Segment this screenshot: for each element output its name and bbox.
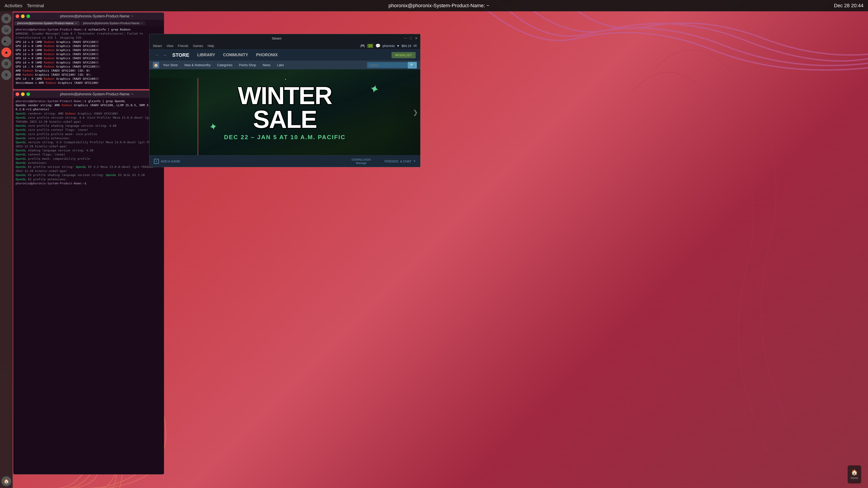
terminal-2-titlebar: phoronix@phoronix-System-Product-Name: ~ — [13, 91, 164, 98]
terminal-maximize-btn[interactable] — [26, 14, 30, 18]
terminal-tab-2[interactable]: phoronix@phoronix-System-Product-Name: ~ — [81, 21, 146, 25]
menu-view[interactable]: View — [166, 44, 173, 48]
terminal-2-content[interactable]: phoronix@phoronix-System-Product-Name:~$… — [13, 98, 164, 474]
nav-phoronix-button[interactable]: PHORONIX — [253, 52, 281, 58]
steam-menubar: Steam View Friends Games Help 🎮 23 💬 pho… — [149, 42, 420, 50]
terminal-window-1: phoronix@phoronix-System-Product-Name: ~… — [13, 12, 164, 89]
steam-minimize-btn[interactable]: ─ — [403, 36, 407, 40]
add-game-icon: + — [154, 159, 159, 164]
home-label: Home — [851, 477, 858, 480]
terminal-1-titlebar: phoronix@phoronix-System-Product-Name: ~ — [13, 13, 164, 20]
terminal-2-minimize-btn[interactable] — [21, 92, 25, 96]
search-button[interactable]: 🔍 — [408, 62, 417, 68]
friends-label: FRIENDS — [384, 160, 398, 163]
terminal-window-2: phoronix@phoronix-System-Product-Name: ~… — [13, 90, 164, 475]
taskbar-title: phoronix@phoronix-System-Product-Name: ~ — [389, 3, 489, 8]
sidebar-icon-steam[interactable]: S — [1, 70, 11, 80]
banner-content: WINTER SALE DEC 22 – JAN 5 AT 10 A.M. PA… — [149, 69, 420, 155]
terminal-1-title: phoronix@phoronix-System-Product-Name: ~ — [32, 14, 162, 18]
friends-chat-button[interactable]: FRIENDS & CHAT + — [384, 159, 416, 164]
terminal-1-content[interactable]: phoronix@phoronix-System-Product-Name:~$… — [13, 26, 164, 89]
terminal-2-title: phoronix@phoronix-System-Product-Name: ~ — [32, 92, 162, 96]
add-game-button[interactable]: + ADD A GAME — [154, 159, 180, 164]
steam-user-info: phoronix ▼ $64.19 — [383, 44, 411, 48]
chat-label: & CHAT — [400, 160, 411, 163]
sidebar-icon-terminal[interactable]: ▶_ — [1, 36, 11, 46]
terminal-2-maximize-btn[interactable] — [26, 92, 30, 96]
envelope-icon[interactable]: ✉ — [413, 43, 417, 48]
terminal-tab-1[interactable]: phoronix@phoronix-System-Product-Name: ~ — [14, 21, 80, 25]
taskbar-left: Activities Terminal — [4, 3, 44, 8]
taskbar-datetime: Dec 28 20:44 — [834, 3, 864, 8]
notification-badge[interactable]: 23 — [367, 44, 373, 48]
winter-text: WINTER — [224, 84, 346, 107]
steam-header-right: 🎮 23 💬 phoronix ▼ $64.19 ✉ — [360, 43, 417, 48]
balance-separator: ▼ — [397, 44, 400, 48]
search-input[interactable] — [367, 62, 408, 68]
home-icon: 🏠 — [851, 469, 858, 476]
sale-title-block: WINTER SALE DEC 22 – JAN 5 AT 10 A.M. PA… — [224, 84, 346, 141]
chat-notification-icon: 💬 — [375, 43, 380, 48]
terminal-taskbar-button[interactable]: Terminal — [27, 3, 44, 8]
taskbar: Activities Terminal phoronix@phoronix-Sy… — [0, 0, 868, 11]
submenu-new-noteworthy[interactable]: New & Noteworthy — [182, 62, 213, 68]
terminal-minimize-btn[interactable] — [21, 14, 25, 18]
steam-banner[interactable]: ✦ ✦ ✦ ● WINTER SALE DEC 22 – JAN 5 AT 10… — [149, 69, 420, 155]
submenu-categories[interactable]: Categories — [215, 62, 235, 68]
downloads-sublabel: Manage — [351, 161, 371, 165]
steam-submenu: 🏠 Your Store New & Noteworthy Categories… — [149, 61, 420, 69]
sale-date: DEC 22 – JAN 5 AT 10 A.M. PACIFIC — [224, 134, 346, 141]
add-game-label: ADD A GAME — [161, 160, 180, 163]
sidebar-icon-home[interactable]: 🏠 — [1, 476, 11, 486]
steam-titlebar: Steam ─ □ ✕ — [149, 34, 420, 42]
notification-icon: 🎮 — [360, 43, 365, 48]
nav-forward-button[interactable]: → — [161, 52, 168, 59]
sidebar-icon-settings[interactable]: ⚙ — [1, 59, 11, 69]
nav-store-button[interactable]: STORE — [169, 51, 193, 59]
sidebar-icon-software[interactable]: ● — [1, 47, 11, 57]
wishlist-button[interactable]: WISHLIST — [392, 52, 416, 58]
sale-text: SALE — [224, 107, 346, 131]
steam-close-btn[interactable]: ✕ — [414, 36, 418, 40]
username-display[interactable]: phoronix — [383, 44, 395, 48]
menu-steam[interactable]: Steam — [153, 44, 162, 48]
sidebar-icon-apps[interactable]: ⊞ — [1, 13, 11, 24]
steam-bottom-bar: + ADD A GAME DOWNLOADS Manage FRIENDS & … — [149, 155, 420, 167]
nav-back-button[interactable]: ← — [154, 52, 160, 59]
downloads-button[interactable]: DOWNLOADS Manage — [351, 158, 371, 165]
menu-friends[interactable]: Friends — [178, 44, 188, 48]
sidebar-icon-files[interactable]: 🗂 — [1, 25, 11, 35]
menu-games[interactable]: Games — [193, 44, 203, 48]
terminal-close-btn[interactable] — [16, 14, 19, 18]
banner-next-arrow[interactable]: ❯ — [413, 109, 418, 116]
sidebar: ⊞ 🗂 ▶_ ● ⚙ S 🏠 — [0, 11, 13, 488]
friends-chat-icon: + — [413, 159, 416, 164]
terminal-1-tabs: phoronix@phoronix-System-Product-Name: ~… — [13, 20, 164, 26]
submenu-points-shop[interactable]: Points Shop — [236, 62, 259, 68]
submenu-news[interactable]: News — [260, 62, 273, 68]
home-shortcut[interactable]: 🏠 Home — [848, 465, 861, 484]
nav-library-button[interactable]: LIBRARY — [194, 52, 218, 58]
nav-community-button[interactable]: COMMUNITY — [220, 52, 252, 58]
submenu-your-store[interactable]: Your Store — [160, 62, 181, 68]
steam-window: Steam ─ □ ✕ Steam View Friends Games Hel… — [149, 34, 421, 167]
steam-navbar: ← → STORE LIBRARY COMMUNITY PHORONIX WIS… — [149, 50, 420, 61]
balance-display: $64.19 — [401, 44, 411, 48]
downloads-label: DOWNLOADS — [351, 158, 371, 161]
submenu-labs[interactable]: Labs — [274, 62, 287, 68]
steam-restore-btn[interactable]: □ — [409, 36, 412, 40]
steam-window-title: Steam — [152, 36, 402, 40]
store-icon: 🏠 — [153, 62, 159, 68]
menu-help[interactable]: Help — [208, 44, 214, 48]
steam-search-area: 🔍 — [367, 62, 417, 68]
terminal-2-close-btn[interactable] — [16, 92, 19, 96]
activities-button[interactable]: Activities — [4, 3, 22, 8]
